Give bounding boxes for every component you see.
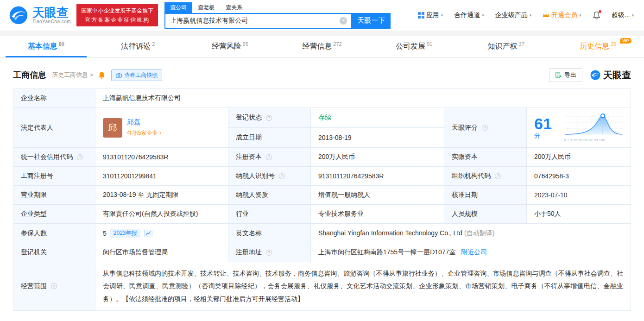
table-row: 营业期限 2013-08-19 至 无固定期限 纳税人资质 增值税一般纳税人 核… [13,186,631,205]
label-legal-rep: 法定代表人 [13,108,95,148]
field-label: 注册地址 [236,248,262,256]
export-button[interactable]: 导出 [549,68,582,82]
label-reg-authority: 登记机关 [13,243,95,262]
label-taxpayer-quality: 纳税人资质 [228,186,311,205]
vip-badge: VIP [620,38,631,44]
legal-rep-name-link[interactable]: 邱磊 [127,118,161,127]
help-icon[interactable]: ? [495,173,501,179]
tab-company-development[interactable]: 公司发展 91 [368,36,460,57]
help-icon[interactable]: ? [266,154,272,160]
label-org-code: 组织机构代码 ? [444,167,527,186]
english-name-text: Shanghai Yingfan Information Technology … [318,229,462,237]
nav-open-membership[interactable]: 开通会员 ▾ [543,11,581,19]
field-label: 核准日期 [452,191,478,198]
search-tab-relation[interactable]: 查关系 [220,2,248,13]
field-label: 行业 [236,210,249,217]
logo-domain: TianYanCha.com [32,19,71,24]
nav-partnership[interactable]: 合作通道 ▾ [454,11,484,19]
nav-partnership-label: 合作通道 [454,11,480,19]
logo-name: 天眼查 [32,6,71,19]
score-chart[interactable]: 0 1 3 15 50 85 97 99 100 [564,113,623,142]
nav-enterprise-products-label: 企业级产品 [495,11,528,19]
tab-count: 272 [333,41,341,47]
nav-apps-label: 应用 [426,11,439,19]
value-reg-status: 存续 [311,108,444,128]
field-label: 英文名称 [236,229,262,237]
tianyancha-logo[interactable]: 天眼查 TianYanCha.com [8,5,71,25]
chevron-down-icon: ▾ [482,13,484,18]
label-tianyan-score: 天眼评分 ? [444,108,527,148]
nearby-companies-link[interactable]: 附近公司 [461,248,487,256]
snapshot-button[interactable]: 查看工商快照 [111,69,162,81]
nav-enterprise-products[interactable]: 企业级产品 ▾ [495,11,532,19]
top-nav: 应用 ▾ 合作通道 ▾ 企业级产品 ▾ 开通会员 ▾ 超级... ▾ [418,11,634,19]
cert-line1: 国家中小企业发展子基金旗下 [81,6,153,15]
chevron-down-icon: ▾ [530,13,532,18]
search-tab-boss[interactable]: 查老板 [192,2,220,13]
annual-report-tag[interactable]: 2023年报 [110,229,140,238]
score-curve-chart [564,113,623,136]
tianyancha-wave-icon [590,69,601,81]
label-reg-address: 注册地址 ? [228,243,311,262]
section-header: 工商信息 历史工商信息 > 查看工商快照 导出 [0,58,644,88]
help-icon[interactable]: ? [279,173,285,179]
value-reg-authority: 闵行区市场监督管理局 [95,243,228,262]
field-label: 统一社会信用代码 [21,153,73,160]
table-row: 经营范围 ? 从事信息科技领域内的技术开发、技术转让、技术咨询、技术服务，商务信… [13,262,631,311]
tab-history-info[interactable]: VIP 历史信息 25 [552,36,644,57]
search-input-wrap: × [164,13,352,29]
nav-apps[interactable]: 应用 ▾ [418,11,443,19]
field-label: 成立日期 [236,133,262,141]
help-icon[interactable]: ? [77,154,83,160]
table-row: 统一社会信用代码 ? 91310112076429583R 注册资本 ? 200… [13,148,631,167]
legal-rep-avatar[interactable]: 邱 [103,118,122,138]
header-separator [0,31,644,36]
search-input[interactable] [170,17,340,25]
monitor-bell-button[interactable] [98,71,106,79]
label-insured-count: 参保人数 [13,224,95,243]
tab-business-info[interactable]: 经营信息 272 [276,36,368,57]
value-org-code: 07642958-3 [527,167,631,186]
tab-label: 经营信息 [302,42,332,51]
history-business-info-link[interactable]: 历史工商信息 > [52,71,93,79]
cert-line2: 官方备案企业征信机构 [81,15,153,25]
value-english-name: Shanghai Yingfan Information Technology … [311,224,631,243]
value-establish-date: 2013-08-19 [311,128,444,148]
value-approval-date: 2023-07-10 [527,186,631,205]
value-taxpayer-id: 91310112076429583R [311,167,444,186]
clear-icon[interactable]: × [340,17,347,25]
section-title: 工商信息 [13,69,46,81]
export-icon [555,72,562,78]
help-icon[interactable]: ? [482,125,488,131]
nav-notifications[interactable] [593,11,600,19]
label-english-name: 英文名称 [228,224,311,243]
table-row: 工商注册号 310112001299841 纳税人识别号 ? 913101120… [13,167,631,186]
tab-count: 37 [519,41,524,47]
tianyancha-wave-icon [8,5,29,25]
value-reg-capital: 200万人民币 [311,148,444,167]
help-icon[interactable]: ? [51,283,57,289]
field-label: 纳税人资质 [236,191,268,198]
value-reg-number: 310112001299841 [95,167,228,186]
bell-icon [98,71,106,79]
trend-chart-icon[interactable] [144,230,152,237]
tab-intellectual-property[interactable]: 知识产权 37 [460,36,552,57]
tab-operation-risk[interactable]: 经营风险 95 [184,36,276,57]
field-label: 登记机关 [21,248,47,256]
search-tabs: 查公司 查老板 查关系 [164,2,391,13]
search-button[interactable]: 天眼一下 [352,13,391,29]
legal-rep-note-label: 任职5家企业 [127,130,158,136]
reg-status-value: 存续 [318,113,331,121]
help-icon[interactable]: ? [266,115,272,121]
nav-user-menu[interactable]: 超级... ▾ [612,11,634,19]
search-tab-company[interactable]: 查公司 [164,2,192,13]
label-staff-size: 人员规模 [444,205,527,224]
tab-legal-litigation[interactable]: 法律诉讼 2 [92,36,184,57]
legal-rep-companies-link[interactable]: 任职5家企业 › [127,129,161,137]
address-text: 上海市闵行区虹梅南路1755号一幢一层D1077室 [318,248,455,256]
help-icon[interactable]: ? [266,250,272,256]
tab-basic-info[interactable]: 基本信息 80 [0,36,92,57]
label-credit-code: 统一社会信用代码 ? [13,148,95,167]
tab-label: 历史信息 [580,42,609,51]
chevron-right-icon: › [159,130,161,136]
